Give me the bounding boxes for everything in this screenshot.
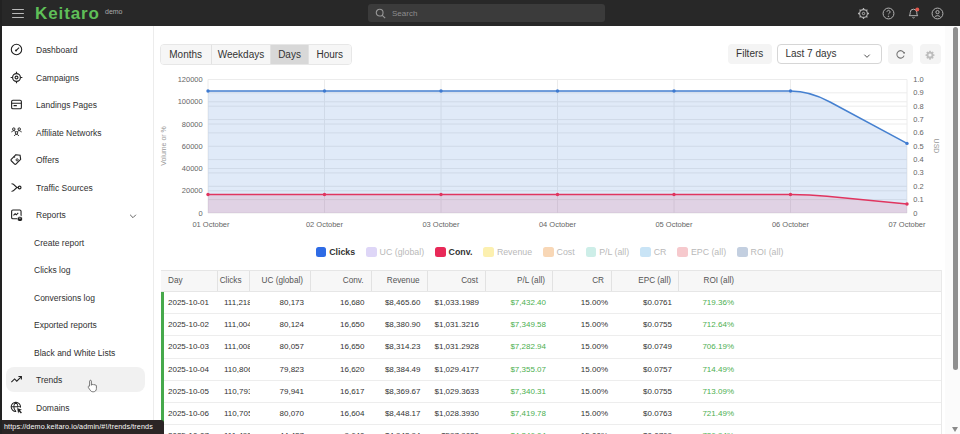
- svg-text:0: 0: [199, 209, 203, 218]
- svg-text:01 October: 01 October: [192, 220, 230, 229]
- svg-text:0.7: 0.7: [913, 115, 923, 124]
- svg-text:0.3: 0.3: [913, 168, 923, 177]
- svg-text:06 October: 06 October: [772, 220, 810, 229]
- svg-text:0.1: 0.1: [913, 195, 923, 204]
- svg-text:40000: 40000: [182, 164, 203, 173]
- svg-text:03 October: 03 October: [422, 220, 460, 229]
- svg-text:100000: 100000: [178, 97, 203, 106]
- svg-text:60000: 60000: [182, 142, 203, 151]
- svg-text:USD: USD: [933, 139, 940, 154]
- svg-text:80000: 80000: [182, 120, 203, 129]
- svg-text:0.6: 0.6: [913, 128, 923, 137]
- svg-text:05 October: 05 October: [655, 220, 693, 229]
- svg-text:04 October: 04 October: [539, 220, 577, 229]
- svg-text:0.8: 0.8: [913, 102, 923, 111]
- svg-text:120000: 120000: [178, 75, 203, 84]
- svg-text:02 October: 02 October: [306, 220, 344, 229]
- svg-text:0.4: 0.4: [913, 155, 923, 164]
- svg-text:1.0: 1.0: [913, 75, 923, 84]
- svg-text:07 October: 07 October: [888, 220, 926, 229]
- svg-text:0: 0: [913, 209, 917, 218]
- svg-text:Volume or %: Volume or %: [160, 126, 167, 166]
- svg-text:0.5: 0.5: [913, 142, 923, 151]
- svg-text:20000: 20000: [182, 186, 203, 195]
- svg-text:0.2: 0.2: [913, 182, 923, 191]
- svg-text:0.9: 0.9: [913, 88, 923, 97]
